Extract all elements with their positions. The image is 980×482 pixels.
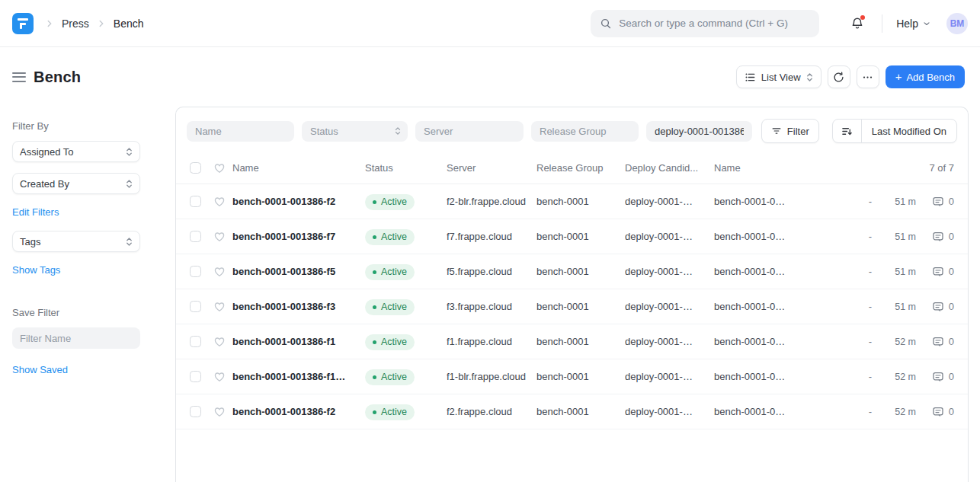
col-header-release-group[interactable]: Release Group bbox=[536, 162, 625, 174]
name2-cell: bench-0001-001386 bbox=[714, 336, 787, 347]
name2-cell: bench-0001-001386 bbox=[714, 406, 787, 417]
tags-select[interactable]: Tags bbox=[12, 231, 140, 252]
favorite-heart-icon[interactable] bbox=[213, 266, 226, 278]
select-all-checkbox[interactable] bbox=[190, 162, 201, 174]
col-header-status[interactable]: Status bbox=[365, 162, 447, 174]
name2-cell: bench-0001-001386 bbox=[714, 196, 787, 207]
table-row[interactable]: bench-0001-001386-f2 Active f2.frappe.cl… bbox=[176, 394, 968, 429]
table-row[interactable]: bench-0001-001386-f1-blr Active f1-blr.f… bbox=[176, 359, 968, 394]
filter-button[interactable]: Filter bbox=[761, 119, 819, 143]
bench-name[interactable]: bench-0001-001386-f3 bbox=[232, 301, 348, 312]
bench-name[interactable]: bench-0001-001386-f1 bbox=[232, 336, 348, 347]
created-by-select[interactable]: Created By bbox=[12, 173, 140, 194]
breadcrumb-bench[interactable]: Bench bbox=[114, 18, 144, 30]
deploy-candidate-cell: deploy-0001-001386 bbox=[625, 231, 697, 242]
add-bench-button[interactable]: + Add Bench bbox=[886, 65, 965, 88]
help-menu[interactable]: Help bbox=[896, 18, 931, 30]
last-modified-cell: 52 m bbox=[882, 337, 916, 347]
sidebar-toggle-icon[interactable] bbox=[12, 72, 26, 82]
status-dot-icon bbox=[373, 270, 376, 274]
filter-name-input[interactable] bbox=[12, 327, 140, 349]
notification-dot bbox=[860, 15, 865, 20]
frappe-logo-icon[interactable] bbox=[12, 13, 34, 34]
release-group-cell: bench-0001 bbox=[536, 196, 625, 207]
release-group-cell: bench-0001 bbox=[536, 406, 625, 417]
favorite-heart-icon[interactable] bbox=[213, 406, 226, 418]
server-cell: f2-blr.frappe.cloud bbox=[447, 196, 529, 207]
status-filter-select[interactable]: Status bbox=[302, 121, 408, 142]
row-checkbox[interactable] bbox=[190, 336, 201, 347]
favorite-heart-icon[interactable] bbox=[213, 371, 226, 383]
comments-cell: 0 bbox=[916, 371, 954, 383]
col-header-name[interactable]: Name bbox=[232, 162, 365, 174]
table-row[interactable]: bench-0001-001386-f2 Active f2-blr.frapp… bbox=[176, 184, 968, 219]
col-header-server[interactable]: Server bbox=[447, 162, 536, 174]
comment-icon bbox=[932, 406, 944, 418]
server-cell: f3.frappe.cloud bbox=[447, 301, 529, 312]
row-checkbox[interactable] bbox=[190, 231, 201, 242]
table-row[interactable]: bench-0001-001386-f5 Active f5.frappe.cl… bbox=[176, 254, 968, 289]
status-filter-value: Status bbox=[310, 126, 395, 137]
show-tags-link[interactable]: Show Tags bbox=[12, 264, 60, 276]
row-checkbox[interactable] bbox=[190, 371, 201, 382]
name2-cell: bench-0001-001386 bbox=[714, 301, 787, 312]
assigned-to-select[interactable]: Assigned To bbox=[12, 141, 140, 162]
table-row[interactable]: bench-0001-001386-f1 Active f1.frappe.cl… bbox=[176, 324, 968, 359]
status-badge: Active bbox=[365, 404, 415, 420]
favorite-heart-icon[interactable] bbox=[213, 231, 226, 243]
notifications-button[interactable] bbox=[850, 16, 865, 31]
col-header-deploy-candidate[interactable]: Deploy Candid... bbox=[625, 162, 714, 174]
chevron-right-icon bbox=[44, 18, 55, 29]
status-label: Active bbox=[381, 231, 407, 242]
row-checkbox[interactable] bbox=[190, 406, 201, 417]
favorite-heart-icon[interactable] bbox=[213, 336, 226, 348]
filter-sidebar: Filter By Assigned To Created By Edit Fi… bbox=[0, 107, 175, 482]
deploy-candidate-cell: deploy-0001-001386 bbox=[625, 301, 697, 312]
show-saved-link[interactable]: Show Saved bbox=[12, 364, 68, 375]
release-group-filter-input[interactable] bbox=[531, 121, 639, 142]
name-filter-input[interactable] bbox=[187, 121, 294, 142]
server-filter-input[interactable] bbox=[415, 121, 524, 142]
empty-value-cell: - bbox=[859, 301, 882, 312]
bench-name[interactable]: bench-0001-001386-f7 bbox=[232, 231, 348, 242]
table-body: bench-0001-001386-f2 Active f2-blr.frapp… bbox=[176, 184, 968, 429]
status-dot-icon bbox=[373, 235, 376, 239]
chevron-right-icon bbox=[96, 18, 107, 29]
table-header-row: Name Status Server Release Group Deploy … bbox=[176, 152, 968, 184]
refresh-icon bbox=[833, 72, 844, 83]
comment-count: 0 bbox=[949, 371, 954, 382]
status-badge: Active bbox=[365, 334, 415, 350]
global-search-input[interactable]: Search or type a command (Ctrl + G) bbox=[591, 10, 819, 37]
favorite-heart-icon bbox=[213, 162, 226, 174]
comments-cell: 0 bbox=[916, 406, 954, 418]
col-header-name2[interactable]: Name bbox=[714, 162, 859, 174]
bench-name[interactable]: bench-0001-001386-f1-blr bbox=[232, 371, 348, 382]
favorite-heart-icon[interactable] bbox=[213, 301, 226, 313]
refresh-button[interactable] bbox=[828, 65, 850, 88]
bench-name[interactable]: bench-0001-001386-f5 bbox=[232, 266, 348, 277]
favorite-heart-icon[interactable] bbox=[213, 196, 226, 208]
sort-control[interactable]: Last Modified On bbox=[832, 119, 957, 143]
chevron-updown-icon bbox=[806, 72, 813, 82]
row-checkbox[interactable] bbox=[190, 301, 201, 312]
table-row[interactable]: bench-0001-001386-f3 Active f3.frappe.cl… bbox=[176, 289, 968, 324]
empty-value-cell: - bbox=[859, 196, 882, 207]
view-selector-button[interactable]: List View bbox=[736, 65, 821, 88]
more-options-button[interactable] bbox=[857, 65, 879, 88]
avatar[interactable]: BM bbox=[946, 13, 968, 34]
row-checkbox[interactable] bbox=[190, 196, 201, 207]
bench-name[interactable]: bench-0001-001386-f2 bbox=[232, 196, 348, 207]
comment-count: 0 bbox=[949, 301, 954, 312]
status-label: Active bbox=[381, 196, 407, 207]
edit-filters-link[interactable]: Edit Filters bbox=[12, 206, 59, 218]
breadcrumb-press[interactable]: Press bbox=[62, 18, 89, 30]
status-label: Active bbox=[381, 337, 407, 347]
empty-value-cell: - bbox=[859, 406, 882, 417]
row-checkbox[interactable] bbox=[190, 266, 201, 277]
empty-value-cell: - bbox=[859, 231, 882, 242]
chevron-updown-icon bbox=[126, 147, 133, 157]
bench-name[interactable]: bench-0001-001386-f2 bbox=[232, 406, 348, 417]
release-group-cell: bench-0001 bbox=[536, 231, 625, 242]
deploy-candidate-filter-input[interactable] bbox=[646, 121, 752, 142]
table-row[interactable]: bench-0001-001386-f7 Active f7.frappe.cl… bbox=[176, 219, 968, 254]
